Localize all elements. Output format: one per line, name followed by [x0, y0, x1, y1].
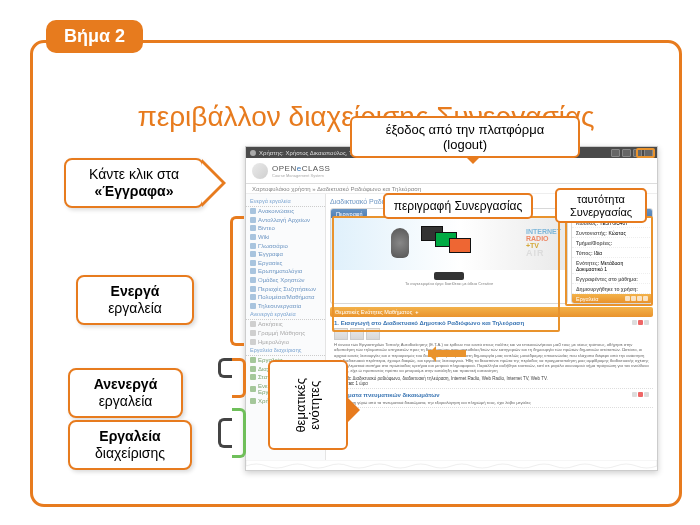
sidebar-item[interactable]: Wiki [246, 233, 325, 242]
user-icon [250, 150, 256, 156]
highlight-identity [565, 216, 653, 306]
hide-icon[interactable] [644, 320, 649, 325]
sidebar-item-documents[interactable]: Έγγραφα [246, 250, 325, 259]
sidebar-item[interactable]: Ανταλλαγή Αρχείων [246, 216, 325, 225]
bracket-admin-inner [232, 408, 246, 458]
torn-edge [246, 460, 657, 470]
delete-icon[interactable] [638, 320, 643, 325]
tool-icon [250, 225, 256, 231]
sidebar-item[interactable]: Ανακοινώσεις [246, 207, 325, 216]
unit-duration: Διάρκεια: 1 ώρα [334, 381, 649, 386]
highlight-logout [636, 148, 655, 158]
tool-icon [250, 330, 256, 336]
callout-inactive-tools: Ανενεργάεργαλεία [68, 368, 183, 418]
callout-identity: ταυτότηταΣυνεργασίας [555, 188, 647, 223]
hide-icon[interactable] [644, 392, 649, 397]
arrow-thematic [428, 350, 466, 357]
sidebar-head-active: Ενεργά εργαλεία [246, 197, 325, 207]
app-logo-row: OPENeCLASS Course Management System [246, 158, 657, 184]
sidebar-item[interactable]: Γραμμή Μάθησης [246, 329, 325, 338]
edit-icon[interactable] [632, 320, 637, 325]
delete-icon[interactable] [638, 392, 643, 397]
unit-actions[interactable] [632, 392, 649, 398]
unit-block: 2. Θέματα πνευματικών δικαιωμάτων Η συζή… [330, 389, 653, 408]
tool-icon [250, 294, 256, 300]
callout-thematic: θεματικέςενότητες [268, 360, 348, 450]
sidebar-item[interactable]: Ερωτηματολόγια [246, 267, 325, 276]
tool-icon [250, 366, 256, 372]
sidebar-item[interactable]: Βίντεο [246, 224, 325, 233]
callout-active-tools: Ενεργάεργαλεία [76, 275, 194, 325]
tool-icon [250, 243, 256, 249]
tool-icon [250, 321, 256, 327]
tool-icon [250, 234, 256, 240]
tool-icon [250, 374, 256, 380]
sidebar-item[interactable]: Γλωσσάριο [246, 241, 325, 250]
callout-admin-tools: Εργαλείαδιαχείρισης [68, 420, 192, 470]
step-badge: Βήμα 2 [46, 20, 143, 53]
logo-text: OPENeCLASS [272, 164, 330, 173]
unit-description: Η συζήτηση γύρω από τα πνευματικά δικαιώ… [334, 400, 649, 405]
unit-actions[interactable] [632, 320, 649, 326]
tool-icon [250, 277, 256, 283]
sidebar-item[interactable]: Εργασίες [246, 259, 325, 268]
bracket-admin [218, 418, 232, 448]
tool-icon [250, 251, 256, 257]
sidebar-item[interactable]: Πολυμέσα/Μαθήματα [246, 293, 325, 302]
logo-icon [252, 163, 268, 179]
tool-icon [250, 339, 256, 345]
callout-logout: έξοδος από την πλατφόρμα (logout) [350, 116, 580, 158]
bracket-inactive-inner [232, 358, 246, 398]
tool-icon [250, 357, 256, 363]
sidebar-item[interactable]: Ομάδες Χρηστών [246, 276, 325, 285]
profile-icon[interactable] [622, 149, 631, 157]
bracket-inactive [218, 358, 232, 378]
tool-icon [250, 260, 256, 266]
sidebar-item[interactable]: Ασκήσεις [246, 320, 325, 329]
sidebar-item[interactable]: Τηλεσυνεργασία [246, 302, 325, 311]
callout-description: περιγραφή Συνεργασίας [383, 193, 533, 219]
tool-icon [250, 268, 256, 274]
sidebar-item[interactable]: Ημερολόγιο [246, 337, 325, 346]
sidebar-head-admin: Εργαλεία διαχείρισης [246, 346, 325, 356]
tool-icon [250, 386, 256, 392]
inbox-icon[interactable] [611, 149, 620, 157]
edit-icon[interactable] [632, 392, 637, 397]
highlight-description [332, 216, 560, 332]
tool-icon [250, 286, 256, 292]
tool-icon [250, 208, 256, 214]
sidebar-head-inactive: Ανενεργά εργαλεία [246, 310, 325, 320]
unit-description: Η έννοια των Εργαστηρίων Τοπικής Αυτοδιο… [334, 342, 649, 374]
sidebar-item[interactable]: Περιοχές Συζητήσεων [246, 284, 325, 293]
tool-icon [250, 303, 256, 309]
callout-click-documents: Κάντε κλικ στα«Έγγραφα» [64, 158, 204, 208]
tool-icon [250, 398, 256, 404]
tool-icon [250, 217, 256, 223]
bracket-active [230, 216, 244, 346]
logo-subtitle: Course Management System [272, 173, 330, 178]
